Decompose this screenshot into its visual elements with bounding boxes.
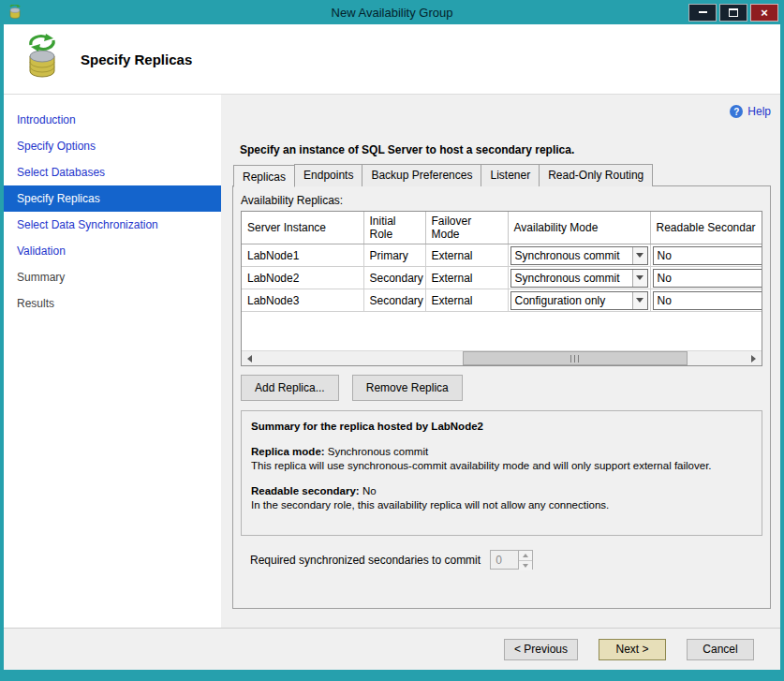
sidebar-item-specify-replicas[interactable]: Specify Replicas [4, 185, 221, 212]
table-row-labnode2[interactable]: LabNode2 Secondary External Synchronous … [242, 267, 762, 289]
readable-secondary-label: Readable secondary: [251, 485, 360, 496]
table-row-labnode1[interactable]: LabNode1 Primary External Synchronous co… [242, 244, 762, 267]
cell-initial-role: Secondary [364, 291, 425, 310]
maximize-icon [729, 8, 738, 17]
availability-mode-value: Synchronous commit [511, 270, 632, 287]
sidebar-item-introduction[interactable]: Introduction [4, 107, 221, 133]
column-header-availability-mode[interactable]: Availability Mode [508, 212, 650, 244]
readable-secondary-dropdown[interactable]: No [653, 269, 763, 288]
cell-server-instance: LabNode2 [242, 269, 363, 288]
cell-initial-role: Secondary [364, 269, 425, 288]
quorum-label: Required synchronized secondaries to com… [250, 554, 481, 567]
availability-replicas-table: Server Instance Initial Role Failover Mo… [242, 212, 762, 312]
wizard-body: Introduction Specify Options Select Data… [4, 95, 780, 628]
readable-secondary-value: No [654, 247, 763, 264]
availability-mode-value: Synchronous commit [511, 247, 632, 264]
add-replica-button[interactable]: Add Replica... [241, 375, 339, 401]
minimize-icon [699, 11, 707, 13]
minimize-button[interactable] [688, 4, 717, 22]
column-header-server-instance[interactable]: Server Instance [242, 212, 363, 244]
column-header-failover-mode[interactable]: Failover Mode [425, 212, 508, 244]
replica-mode-label: Replica mode: [251, 446, 325, 457]
table-row-labnode3[interactable]: LabNode3 Secondary External Configuratio… [242, 289, 762, 312]
cell-server-instance: LabNode3 [242, 291, 363, 310]
spinner-value: 0 [491, 551, 518, 569]
readable-secondary-line: Readable secondary: No [251, 484, 752, 499]
chevron-down-icon[interactable] [632, 292, 647, 309]
help-link[interactable]: Help [747, 105, 771, 118]
wizard-footer: < Previous Next > Cancel [4, 628, 780, 670]
gripper-icon [570, 355, 579, 363]
cell-failover-mode: External [426, 291, 508, 310]
readable-secondary-summary-value: No [360, 485, 377, 496]
readable-secondary-description: In the secondary role, this availability… [251, 498, 752, 513]
cell-failover-mode: External [426, 246, 508, 265]
availability-group-icon [19, 34, 66, 84]
tab-backup-preferences[interactable]: Backup Preferences [362, 164, 481, 186]
window-controls: × [688, 4, 780, 22]
readable-secondary-value: No [654, 270, 763, 287]
spinner-down-icon [519, 561, 532, 570]
cell-server-instance: LabNode1 [242, 246, 363, 265]
title-bar[interactable]: New Availability Group × [4, 0, 780, 24]
wizard-header: Specify Replicas [4, 24, 780, 95]
availability-mode-dropdown[interactable]: Configuration only [510, 291, 648, 310]
remove-replica-button[interactable]: Remove Replica [352, 375, 463, 401]
maximize-button[interactable] [719, 4, 747, 22]
tab-replicas[interactable]: Replicas [233, 165, 295, 187]
wizard-steps-sidebar: Introduction Specify Options Select Data… [4, 95, 221, 628]
replica-mode-value: Synchronous commit [325, 446, 429, 457]
availability-replicas-grid: Server Instance Initial Role Failover Mo… [241, 211, 762, 366]
help-icon: ? [730, 105, 743, 118]
scrollbar-thumb[interactable] [463, 351, 688, 365]
spinner-up-icon [519, 551, 532, 561]
page-title: Specify Replicas [81, 52, 192, 67]
chevron-down-icon[interactable] [632, 247, 647, 264]
dialog-content: Specify Replicas Introduction Specify Op… [4, 24, 780, 670]
sidebar-item-results: Results [4, 290, 221, 317]
sidebar-item-select-databases[interactable]: Select Databases [4, 159, 221, 185]
scroll-left-arrow[interactable] [242, 351, 257, 365]
availability-mode-value: Configuration only [511, 292, 632, 309]
spinner-buttons [518, 551, 532, 569]
help-row: ? Help [232, 104, 771, 119]
new-availability-group-window: New Availability Group × S [0, 0, 784, 681]
next-button[interactable]: Next > [599, 639, 666, 660]
availability-mode-dropdown[interactable]: Synchronous commit [510, 246, 648, 265]
sidebar-item-select-data-synchronization[interactable]: Select Data Synchronization [4, 212, 221, 238]
tab-read-only-routing[interactable]: Read-Only Routing [539, 164, 653, 186]
previous-button[interactable]: < Previous [504, 639, 578, 660]
cancel-button[interactable]: Cancel [687, 639, 754, 660]
replica-summary-box: Summary for the replica hosted by LabNod… [241, 410, 762, 536]
scrollbar-track[interactable] [257, 351, 747, 365]
tab-endpoints[interactable]: Endpoints [294, 164, 362, 186]
close-button[interactable]: × [750, 4, 778, 22]
sidebar-item-specify-options[interactable]: Specify Options [4, 133, 221, 159]
required-secondaries-spinner: 0 [490, 550, 533, 570]
column-header-initial-role[interactable]: Initial Role [363, 212, 425, 244]
replicas-tab-page: Availability Replicas: Server Instance I… [232, 185, 771, 609]
cell-initial-role: Primary [364, 246, 425, 265]
column-header-readable-secondary[interactable]: Readable Secondar [650, 212, 762, 244]
header-row: Server Instance Initial Role Failover Mo… [242, 212, 762, 244]
cell-failover-mode: External [426, 269, 508, 288]
sidebar-item-summary: Summary [4, 264, 221, 290]
availability-mode-dropdown[interactable]: Synchronous commit [510, 269, 648, 288]
window-title: New Availability Group [4, 6, 780, 20]
readable-secondary-dropdown[interactable]: No [653, 291, 763, 310]
instruction-text: Specify an instance of SQL Server to hos… [240, 143, 771, 156]
quorum-row: Required synchronized secondaries to com… [241, 550, 762, 570]
readable-secondary-dropdown[interactable]: No [653, 246, 763, 265]
grid-label: Availability Replicas: [241, 194, 762, 207]
sidebar-item-validation[interactable]: Validation [4, 238, 221, 264]
replica-mode-line: Replica mode: Synchronous commit [251, 445, 752, 460]
horizontal-scrollbar[interactable] [242, 350, 762, 365]
grid-buttons: Add Replica... Remove Replica [241, 375, 762, 401]
scroll-right-arrow[interactable] [747, 351, 762, 365]
tab-listener[interactable]: Listener [481, 164, 540, 186]
readable-secondary-value: No [654, 292, 763, 309]
chevron-down-icon[interactable] [632, 270, 647, 287]
replica-mode-description: This replica will use synchronous-commit… [251, 459, 752, 474]
tab-strip: Replicas Endpoints Backup Preferences Li… [232, 164, 771, 186]
main-panel: ? Help Specify an instance of SQL Server… [221, 95, 780, 628]
